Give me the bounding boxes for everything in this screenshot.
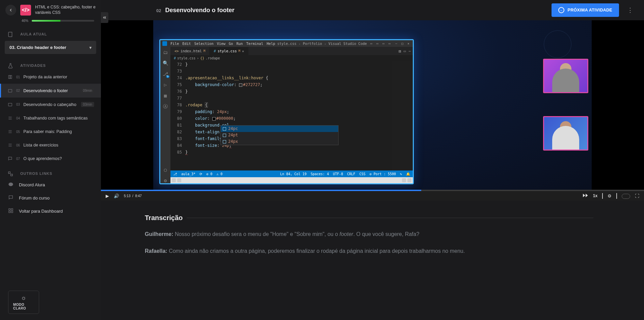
git-branch-icon: ⎇ bbox=[173, 172, 177, 176]
activity-duration: 03min bbox=[81, 102, 94, 107]
skip-forward-button[interactable] bbox=[583, 193, 588, 198]
theme-toggle-button[interactable]: ☼ MODO CLARO bbox=[8, 291, 39, 314]
activity-item[interactable]: 05Para saber mais: Padding bbox=[0, 125, 101, 138]
link-item[interactable]: Discord Alura bbox=[0, 178, 101, 191]
activity-item[interactable]: 07O que aprendemos? bbox=[0, 152, 101, 165]
volume-button[interactable]: 🔊 bbox=[114, 193, 119, 198]
activity-item[interactable]: 06Lista de exercícios bbox=[0, 138, 101, 152]
vscode-minimap bbox=[393, 61, 413, 170]
link-item[interactable]: Voltar para Dashboard bbox=[0, 205, 101, 218]
list-icon bbox=[7, 116, 13, 121]
activity-number: 06 bbox=[16, 143, 20, 147]
svg-point-4 bbox=[8, 183, 13, 186]
captions-button[interactable] bbox=[602, 193, 603, 198]
instructor-camera-2 bbox=[543, 116, 588, 151]
vscode-status-bar: ⎇ aula_3* ⟳ ⊘ 0 ⚠ 0 Ln 84, Col 19 Spaces… bbox=[170, 170, 413, 177]
vscode-gutter: 7273747576777879808182838485 bbox=[170, 61, 185, 170]
discord-icon bbox=[8, 182, 14, 188]
list-icon bbox=[7, 129, 13, 134]
progress-percent: 46% bbox=[22, 19, 28, 23]
link-label: Voltar para Dashboard bbox=[19, 209, 63, 214]
collapse-sidebar-button[interactable] bbox=[101, 12, 108, 23]
sync-icon: ⟳ bbox=[199, 172, 202, 176]
activity-number: 05 bbox=[16, 130, 20, 134]
link-label: Fórum do curso bbox=[19, 195, 50, 201]
theme-label: MODO CLARO bbox=[13, 303, 34, 310]
split-icon: ▥ bbox=[399, 49, 401, 53]
more-menu-button[interactable]: ⋮ bbox=[624, 4, 636, 17]
vscode-breadcrumb: # style.css › {} .rodape bbox=[170, 55, 413, 61]
playback-speed[interactable]: 1x bbox=[593, 193, 597, 198]
main: 02 Desenvolvendo o footer → PRÓXIMA ATIV… bbox=[101, 0, 644, 320]
next-activity-button[interactable]: → PRÓXIMA ATIVIDADE bbox=[552, 3, 619, 17]
section-outros-links: OUTROS LINKS bbox=[0, 165, 101, 178]
debug-icon: ▷ bbox=[164, 82, 167, 87]
course-title: HTML e CSS: cabeçalho, footer e variávei… bbox=[35, 5, 96, 15]
arrow-left-icon bbox=[8, 8, 13, 12]
fast-forward-icon bbox=[583, 193, 588, 197]
chevron-double-left-icon bbox=[102, 15, 107, 20]
settings-button[interactable]: ⚙ bbox=[608, 193, 612, 198]
transcript-title: Transcrição bbox=[145, 214, 183, 222]
svg-rect-8 bbox=[11, 211, 13, 213]
list-icon bbox=[7, 143, 13, 148]
vscode-tabs: <> index.html M # style.css M ✕ bbox=[170, 47, 413, 55]
activity-number: 04 bbox=[16, 116, 20, 120]
feedback-icon: ✎ bbox=[400, 172, 402, 176]
link-icon bbox=[7, 171, 14, 177]
close-icon: ✕ bbox=[242, 49, 244, 53]
search-icon: 🔍 bbox=[163, 60, 168, 66]
pip-button[interactable] bbox=[622, 193, 630, 198]
progress-bar bbox=[32, 20, 94, 22]
vscode-code: } .apresentacao__links__link:hover { bac… bbox=[185, 61, 393, 170]
activity-item[interactable]: 02Desenvolvendo o footer09min bbox=[0, 84, 101, 98]
svg-rect-3 bbox=[11, 174, 12, 176]
arrow-right-circle-icon: → bbox=[558, 7, 564, 13]
activity-name: Desenvolvendo o cabeçalho bbox=[23, 102, 78, 107]
back-button[interactable] bbox=[5, 5, 16, 16]
svg-rect-5 bbox=[9, 209, 10, 210]
fullscreen-button[interactable]: ⛶ bbox=[635, 193, 639, 198]
vscode-menu-item: File bbox=[170, 42, 179, 46]
test-icon: Ⓐ bbox=[163, 104, 168, 110]
theater-button[interactable] bbox=[616, 193, 617, 198]
player-controls: ▶ 🔊 5:13 / 8:47 1x ⚙ ⛶ bbox=[101, 191, 644, 201]
section-atividades: ATIVIDADES bbox=[0, 57, 101, 70]
activity-name: Trabalhando com tags semânticas bbox=[23, 116, 94, 121]
activity-duration: 09min bbox=[81, 88, 94, 93]
step-number: 02 bbox=[156, 8, 161, 13]
windows-taskbar bbox=[170, 177, 413, 183]
bell-icon: 🔔 bbox=[406, 172, 410, 176]
progress-row: 46% bbox=[15, 18, 101, 26]
vscode-title: style.css - Portfolio - Visual Studio Co… bbox=[277, 42, 367, 46]
activity-item[interactable]: 03Desenvolvendo o cabeçalho03min bbox=[0, 98, 101, 111]
video-player[interactable]: FileEditSelectionViewGoRunTerminalHelp s… bbox=[101, 20, 644, 201]
vscode-titlebar: FileEditSelectionViewGoRunTerminalHelp s… bbox=[160, 40, 413, 47]
activity-item[interactable]: 04Trabalhando com tags semânticas bbox=[0, 111, 101, 125]
layout-icon: ▭ bbox=[404, 49, 406, 53]
activity-item[interactable]: 01Projeto da aula anterior bbox=[0, 70, 101, 84]
vscode-menu-item: Go bbox=[229, 42, 233, 46]
svg-rect-7 bbox=[9, 211, 10, 213]
section-aula-atual: AULA ATUAL bbox=[0, 26, 101, 39]
vscode-window-controls: —□✕ bbox=[394, 42, 411, 45]
link-item[interactable]: Fórum do curso bbox=[0, 191, 101, 205]
activity-number: 02 bbox=[16, 89, 20, 92]
vscode-logo-icon bbox=[162, 41, 167, 46]
tab-style-css: # style.css M ✕ bbox=[210, 47, 248, 55]
instructor-camera-1 bbox=[543, 59, 588, 93]
tab-index-html: <> index.html M bbox=[170, 47, 210, 55]
lesson-select-label: 03. Criando header e footer bbox=[9, 45, 66, 50]
svg-rect-1 bbox=[8, 103, 12, 106]
lesson-select[interactable]: 03. Criando header e footer ▾ bbox=[5, 41, 96, 54]
link-label: Discord Alura bbox=[19, 182, 45, 187]
files-icon: 🗂 bbox=[163, 50, 168, 55]
chevron-down-icon: ▾ bbox=[89, 45, 91, 50]
activity-number: 07 bbox=[16, 157, 20, 161]
play-button[interactable]: ▶ bbox=[106, 193, 109, 198]
transcript-section: Transcrição Guilherme: Nosso próximo des… bbox=[101, 201, 644, 320]
vscode-activity-bar: 🗂 🔍 ⎇9 ▷ ▦ Ⓐ ◯ ⚙ bbox=[160, 47, 170, 183]
vscode-menu-item: Help bbox=[267, 42, 275, 46]
transcript-paragraph: Guilherme: Nosso próximo desafio sera o … bbox=[145, 230, 593, 239]
transcript-paragraph: Rafaella: Como ainda não criamos a outra… bbox=[145, 247, 593, 256]
